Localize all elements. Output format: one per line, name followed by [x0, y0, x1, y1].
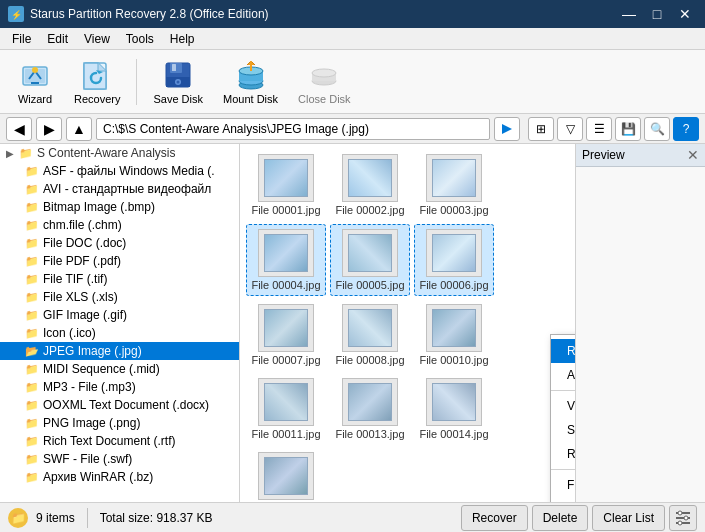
- address-bar[interactable]: C:\$\S Content-Aware Analysis\JPEG Image…: [96, 118, 490, 140]
- file-item-2[interactable]: File 00002.jpg: [330, 150, 410, 220]
- save-disk-label: Save Disk: [153, 93, 203, 105]
- up-button[interactable]: ▲: [66, 117, 92, 141]
- maximize-button[interactable]: □: [645, 4, 669, 24]
- sidebar-item-asf[interactable]: 📁 ASF - файлы Windows Media (.: [0, 162, 239, 180]
- sidebar-item-mp3[interactable]: 📁 MP3 - File (.mp3): [0, 378, 239, 396]
- file-item-4[interactable]: File 00004.jpg: [246, 224, 326, 296]
- help-button[interactable]: ?: [673, 117, 699, 141]
- sidebar-item-tif[interactable]: 📁 File TIF (.tif): [0, 270, 239, 288]
- sidebar-item-png[interactable]: 📁 PNG Image (.png): [0, 414, 239, 432]
- ctx-recovery[interactable]: Recovery Ctrl+R: [551, 339, 575, 363]
- preview-close-button[interactable]: ✕: [687, 147, 699, 163]
- forward-button[interactable]: ▶: [36, 117, 62, 141]
- file-item-3[interactable]: File 00003.jpg: [414, 150, 494, 220]
- file-item-5[interactable]: File 00005.jpg: [330, 224, 410, 296]
- back-button[interactable]: ◀: [6, 117, 32, 141]
- filter-button[interactable]: ▽: [557, 117, 583, 141]
- menu-file[interactable]: File: [4, 30, 39, 48]
- sidebar-item-gif[interactable]: 📁 GIF Image (.gif): [0, 306, 239, 324]
- menu-help[interactable]: Help: [162, 30, 203, 48]
- file-area[interactable]: File 00001.jpg File 00002.jpg File 00003…: [240, 144, 575, 502]
- delete-button[interactable]: Delete: [532, 505, 589, 531]
- wizard-icon: [19, 59, 51, 91]
- save-disk-button[interactable]: Save Disk: [145, 55, 211, 109]
- file-thumb-3: [426, 154, 482, 202]
- file-thumb-10: [426, 304, 482, 352]
- folder-icon: 📁: [24, 416, 40, 430]
- sidebar-item-ico[interactable]: 📁 Icon (.ico): [0, 324, 239, 342]
- sidebar-item-chm[interactable]: 📁 chm.file (.chm): [0, 216, 239, 234]
- tree-root[interactable]: ▶ 📁 S Content-Aware Analysis: [0, 144, 239, 162]
- recover-button[interactable]: Recover: [461, 505, 528, 531]
- file-item-6[interactable]: File 00006.jpg: [414, 224, 494, 296]
- minimize-button[interactable]: —: [617, 4, 641, 24]
- menu-edit[interactable]: Edit: [39, 30, 76, 48]
- search-button[interactable]: 🔍: [644, 117, 670, 141]
- ctx-sep-2: [551, 469, 575, 470]
- sidebar-item-jpg[interactable]: 📂 JPEG Image (.jpg): [0, 342, 239, 360]
- file-item-8[interactable]: File 00008.jpg: [330, 300, 410, 370]
- layout-button[interactable]: ☰: [586, 117, 612, 141]
- sidebar-item-xls[interactable]: 📁 File XLS (.xls): [0, 288, 239, 306]
- file-name-10: File 00010.jpg: [419, 354, 488, 366]
- status-buttons: Recover Delete Clear List: [461, 505, 697, 531]
- save-button[interactable]: 💾: [615, 117, 641, 141]
- folder-icon: 📁: [24, 470, 40, 484]
- ctx-refresh[interactable]: Refresh: [551, 442, 575, 466]
- file-name-6: File 00006.jpg: [419, 279, 488, 291]
- file-thumb-2: [342, 154, 398, 202]
- file-item-14[interactable]: File 00014.jpg: [414, 374, 494, 444]
- ctx-sort-by[interactable]: Sort By ▶: [551, 418, 575, 442]
- file-item-11[interactable]: File 00011.jpg: [246, 374, 326, 444]
- sidebar-item-doc[interactable]: 📁 File DOC (.doc): [0, 234, 239, 252]
- options-icon-button[interactable]: [669, 505, 697, 531]
- file-name-2: File 00002.jpg: [335, 204, 404, 216]
- file-name-14: File 00014.jpg: [419, 428, 488, 440]
- recovery-button[interactable]: Recovery: [66, 55, 128, 109]
- sidebar-label-pdf: File PDF (.pdf): [43, 254, 121, 268]
- ctx-add-for-recovery[interactable]: Add For Recovery: [551, 363, 575, 387]
- menu-view[interactable]: View: [76, 30, 118, 48]
- ctx-view[interactable]: View ▶: [551, 394, 575, 418]
- folder-icon: 📁: [24, 254, 40, 268]
- file-item-1[interactable]: File 00001.jpg: [246, 150, 326, 220]
- sidebar-label-mp3: MP3 - File (.mp3): [43, 380, 136, 394]
- sidebar-item-bmp[interactable]: 📁 Bitmap Image (.bmp): [0, 198, 239, 216]
- mount-disk-button[interactable]: Mount Disk: [215, 55, 286, 109]
- ctx-sortby-label: Sort By: [567, 423, 575, 437]
- ctx-filter[interactable]: Filter: [551, 473, 575, 497]
- ctx-view-label: View: [567, 399, 575, 413]
- clear-list-button[interactable]: Clear List: [592, 505, 665, 531]
- file-item-10[interactable]: File 00010.jpg: [414, 300, 494, 370]
- file-thumb-13: [342, 378, 398, 426]
- svg-point-4: [32, 67, 38, 73]
- menu-tools[interactable]: Tools: [118, 30, 162, 48]
- sidebar-item-bz[interactable]: 📁 Архив WinRAR (.bz): [0, 468, 239, 486]
- close-button[interactable]: ✕: [673, 4, 697, 24]
- sidebar-item-pdf[interactable]: 📁 File PDF (.pdf): [0, 252, 239, 270]
- titlebar-left: ⚡ Starus Partition Recovery 2.8 (Office …: [8, 6, 269, 22]
- close-disk-button[interactable]: Close Disk: [290, 55, 359, 109]
- file-item-13[interactable]: File 00013.jpg: [330, 374, 410, 444]
- folder-icon: 📁: [24, 380, 40, 394]
- file-thumb-14: [426, 378, 482, 426]
- file-item-7[interactable]: File 00007.jpg: [246, 300, 326, 370]
- sidebar-item-docx[interactable]: 📁 OOXML Text Document (.docx): [0, 396, 239, 414]
- sidebar-item-swf[interactable]: 📁 SWF - File (.swf): [0, 450, 239, 468]
- file-item-16[interactable]: File 00016.jpg: [246, 448, 326, 502]
- sidebar-item-rtf[interactable]: 📁 Rich Text Document (.rtf): [0, 432, 239, 450]
- sidebar-item-avi[interactable]: 📁 AVI - стандартные видеофайл: [0, 180, 239, 198]
- svg-marker-21: [502, 124, 512, 134]
- wizard-button[interactable]: Wizard: [8, 55, 62, 109]
- ctx-find-file[interactable]: Find File Ctrl+F: [551, 497, 575, 502]
- sidebar-item-mid[interactable]: 📁 MIDI Sequence (.mid): [0, 360, 239, 378]
- go-button[interactable]: [494, 117, 520, 141]
- ctx-refresh-label: Refresh: [567, 447, 575, 461]
- sidebar-label-bz: Архив WinRAR (.bz): [43, 470, 153, 484]
- view-toggle-button[interactable]: ⊞: [528, 117, 554, 141]
- folder-icon: 📁: [24, 182, 40, 196]
- svg-point-27: [678, 521, 682, 525]
- folder-icon: 📁: [24, 362, 40, 376]
- file-name-7: File 00007.jpg: [251, 354, 320, 366]
- folder-icon: 📁: [24, 434, 40, 448]
